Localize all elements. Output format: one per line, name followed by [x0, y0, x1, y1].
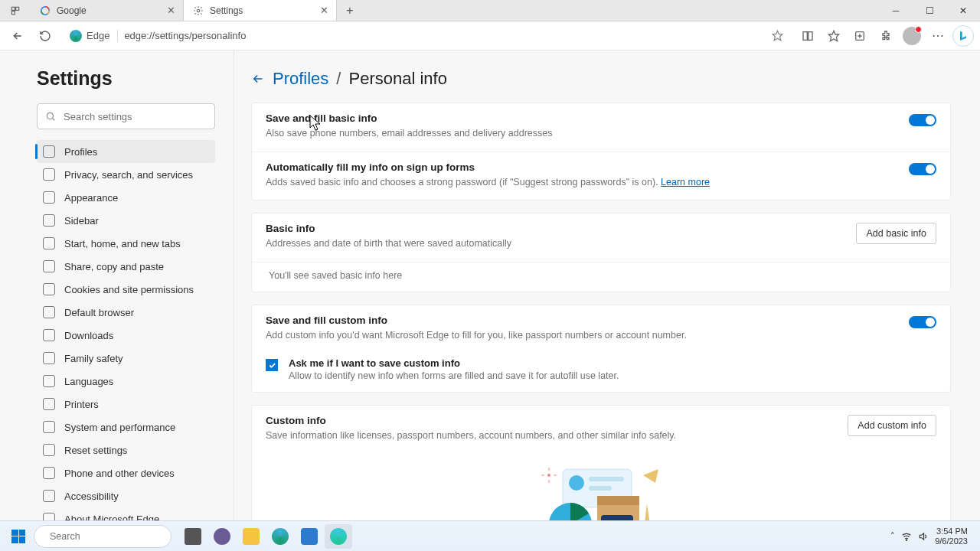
address-bar[interactable]: Edge [61, 24, 792, 47]
lock-icon [43, 168, 55, 181]
close-tab-icon[interactable]: ✕ [167, 5, 175, 16]
add-basic-info-button[interactable]: Add basic info [856, 223, 936, 244]
tray-clock[interactable]: 3:54 PM 9/6/2023 [935, 527, 968, 546]
share-icon [43, 260, 55, 272]
search-icon [45, 111, 56, 122]
add-custom-info-button[interactable]: Add custom info [848, 415, 936, 436]
svg-rect-18 [601, 515, 633, 521]
panel-icon [43, 214, 55, 227]
save-custom-title: Save and fill custom info [266, 315, 936, 326]
custom-info-desc: Save information like licenses, passport… [266, 429, 936, 443]
save-basic-desc: Also save phone numbers, email addresses… [266, 127, 936, 141]
taskbar-search-input[interactable] [50, 531, 170, 542]
svg-marker-5 [773, 31, 782, 41]
sidebar-item-family[interactable]: Family safety [37, 347, 215, 370]
search-settings[interactable] [37, 103, 215, 129]
sidebar-item-label: Family safety [64, 353, 123, 364]
svg-rect-13 [589, 477, 624, 481]
close-window-button[interactable]: ✕ [946, 0, 980, 21]
back-arrow-icon[interactable] [251, 72, 265, 86]
bing-chat-icon[interactable] [952, 25, 974, 47]
sidebar-item-system[interactable]: System and performance [37, 416, 215, 439]
learn-more-link[interactable]: Learn more [661, 177, 710, 187]
sidebar-item-label: Default browser [64, 307, 134, 318]
tab-actions-icon[interactable] [0, 0, 31, 21]
sidebar-item-label: Phone and other devices [64, 468, 175, 479]
sidebar-item-label: Printers [64, 399, 99, 410]
minimize-button[interactable]: ─ [879, 0, 913, 21]
new-tab-button[interactable]: + [337, 0, 363, 21]
sidebar-item-accessibility[interactable]: Accessibility [37, 484, 215, 507]
sidebar-item-appearance[interactable]: Appearance [37, 186, 215, 209]
taskbar-app-edge[interactable] [266, 524, 294, 549]
card-basic-info: Basic info Addresses and date of birth t… [251, 213, 951, 292]
sidebar-item-downloads[interactable]: Downloads [37, 324, 215, 347]
sidebar-item-label: Start, home, and new tabs [64, 238, 181, 249]
cookie-icon [43, 283, 55, 295]
sidebar-item-printers[interactable]: Printers [37, 393, 215, 416]
tab-google[interactable]: Google ✕ [31, 0, 184, 21]
breadcrumb-parent[interactable]: Profiles [273, 69, 328, 89]
sidebar-item-default-browser[interactable]: Default browser [37, 301, 215, 324]
checkbox-ask-save-custom[interactable] [266, 359, 278, 371]
taskbar-app-store[interactable] [296, 524, 323, 549]
taskbar-app-explorer[interactable] [237, 524, 265, 549]
back-button[interactable] [6, 24, 29, 47]
sidebar-item-label: Reset settings [64, 445, 127, 456]
menu-icon[interactable]: ⋯ [926, 24, 949, 47]
sidebar-item-privacy[interactable]: Privacy, search, and services [37, 163, 215, 186]
basic-info-title: Basic info [266, 223, 936, 234]
svg-point-20 [547, 474, 550, 477]
sidebar-item-label: Share, copy and paste [64, 261, 164, 272]
sidebar-item-label: Privacy, search, and services [64, 169, 193, 181]
search-input[interactable] [64, 111, 207, 122]
taskbar-app-chat[interactable] [208, 524, 236, 549]
sidebar-item-label: Sidebar [64, 215, 99, 227]
toggle-save-custom[interactable] [909, 316, 936, 328]
svg-point-4 [197, 9, 200, 12]
custom-info-illustration [252, 454, 950, 521]
close-tab-icon[interactable]: ✕ [320, 5, 328, 16]
svg-point-22 [906, 540, 907, 540]
taskbar-app-taskview[interactable] [179, 524, 207, 549]
sidebar-item-start[interactable]: Start, home, and new tabs [37, 232, 215, 255]
sidebar-item-phone[interactable]: Phone and other devices [37, 461, 215, 484]
split-screen-icon[interactable] [796, 24, 819, 47]
profile-avatar[interactable] [900, 24, 923, 47]
star-icon[interactable] [772, 30, 783, 41]
custom-info-title: Custom info [266, 415, 936, 426]
basic-info-desc: Addresses and date of birth that were sa… [266, 237, 936, 251]
google-favicon-icon [40, 5, 51, 16]
url-input[interactable] [124, 30, 766, 41]
sidebar-item-cookies[interactable]: Cookies and site permissions [37, 278, 215, 301]
sidebar-item-languages[interactable]: Languages [37, 370, 215, 393]
settings-favicon-icon [193, 5, 204, 16]
svg-rect-14 [589, 486, 612, 491]
tray-chevron-icon[interactable]: ˄ [890, 531, 895, 541]
toggle-save-basic[interactable] [909, 114, 936, 126]
refresh-button[interactable] [34, 24, 57, 47]
tab-settings[interactable]: Settings ✕ [184, 0, 337, 21]
sidebar-item-share[interactable]: Share, copy and paste [37, 255, 215, 278]
start-button[interactable] [6, 524, 31, 549]
taskbar-search[interactable] [34, 525, 172, 548]
printer-icon [43, 398, 55, 410]
reset-icon [43, 444, 55, 456]
volume-icon[interactable] [918, 531, 929, 542]
sidebar-item-reset[interactable]: Reset settings [37, 439, 215, 461]
wifi-icon[interactable] [901, 531, 912, 542]
save-custom-desc: Add custom info you'd want Microsoft Edg… [266, 329, 936, 343]
sidebar-item-sidebar[interactable]: Sidebar [37, 209, 215, 232]
collections-icon[interactable] [848, 24, 871, 47]
breadcrumb: Profiles / Personal info [251, 69, 951, 89]
taskbar-app-edge-dev[interactable] [325, 524, 352, 549]
favorites-icon[interactable] [822, 24, 845, 47]
tab-label: Google [57, 5, 87, 16]
sidebar-item-profiles[interactable]: Profiles [37, 140, 215, 163]
toggle-autofill-signup[interactable] [909, 163, 936, 175]
extensions-icon[interactable] [874, 24, 897, 47]
maximize-button[interactable]: ☐ [913, 0, 946, 21]
sidebar-item-label: Appearance [64, 192, 118, 204]
svg-rect-16 [597, 496, 639, 505]
autofill-title: Automatically fill my info on sign up fo… [266, 161, 936, 173]
